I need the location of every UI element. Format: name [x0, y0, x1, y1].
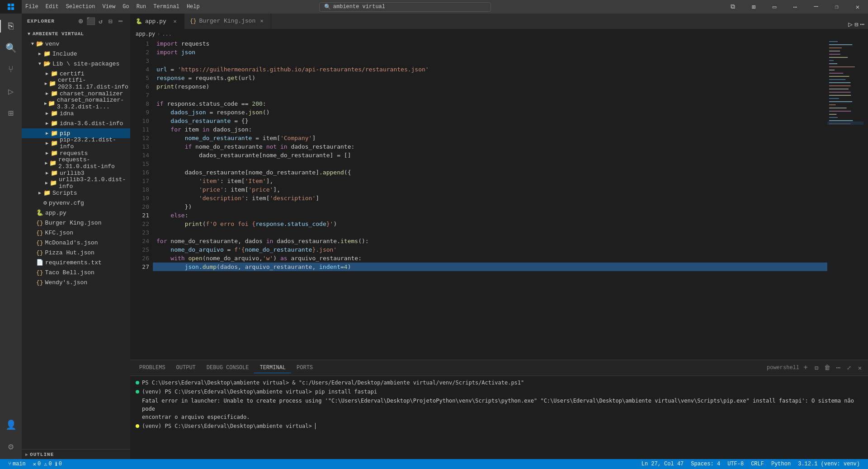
folder-icon: 📁 — [51, 150, 58, 157]
menu-edit[interactable]: Edit — [42, 3, 62, 11]
sidebar-header: EXPLORER ⊕ ⬛ ↺ ⊟ ⋯ — [22, 14, 130, 29]
maximize-terminal-icon[interactable]: ⤢ — [844, 363, 854, 372]
position-text: Ln 27, Col 47 — [642, 461, 684, 467]
breadcrumb-file[interactable]: app.py — [136, 31, 155, 38]
tree-item-apppy[interactable]: 🐍 app.py — [22, 208, 130, 218]
tree-item-lib[interactable]: ▼ 📂 Lib \ site-packages — [22, 59, 130, 69]
tab-apppy[interactable]: 🐍 app.py ✕ — [130, 14, 184, 29]
titlebar-search[interactable]: 🔍 ambiente virtual — [319, 2, 491, 12]
status-encoding[interactable]: UTF-8 — [724, 459, 747, 469]
close-icon[interactable]: ✕ — [258, 18, 265, 25]
more-icon[interactable]: ⋯ — [860, 20, 864, 29]
tree-item-include[interactable]: ▶ 📁 Include — [22, 49, 130, 59]
new-folder-icon[interactable]: ⬛ — [87, 17, 95, 25]
tree-item-mcdonalds[interactable]: {} McDonald's.json — [22, 238, 130, 248]
tree-label: urllib3 — [60, 170, 85, 177]
tree-item-urllib3-dist[interactable]: ▶ 📁 urllib3-2.1.0.dist-info — [22, 178, 130, 188]
menu-file[interactable]: File — [22, 3, 42, 11]
more-icon[interactable]: ⋯ — [785, 0, 806, 14]
tree-item-burgerking[interactable]: {} Burger King.json — [22, 218, 130, 228]
tab-ports[interactable]: PORTS — [291, 363, 318, 373]
tab-burgerking[interactable]: {} Burger King.json ✕ — [184, 14, 271, 29]
editor-area: 🐍 app.py ✕ {} Burger King.json ✕ ▷ ⊟ ⋯ a… — [130, 14, 868, 459]
tree-label: Include — [52, 51, 77, 57]
activity-item-extensions[interactable]: ⊞ — [0, 102, 22, 124]
breadcrumb: app.py › ... — [130, 29, 868, 39]
menu-view[interactable]: View — [99, 3, 119, 11]
terminal-line-1: PS C:\Users\Ederval\Desktop\ambiente vir… — [136, 379, 863, 387]
chevron-right-icon: ▶ — [25, 452, 28, 457]
status-spaces[interactable]: Spaces: 4 — [687, 459, 724, 469]
menu-terminal[interactable]: Terminal — [150, 3, 183, 11]
split-terminal-icon[interactable]: ⊟ — [812, 363, 821, 372]
folder-icon: 📁 — [51, 90, 58, 97]
menu-run[interactable]: Run — [133, 3, 150, 11]
activity-item-run[interactable]: ▷ — [0, 80, 22, 102]
refresh-icon[interactable]: ↺ — [97, 17, 105, 25]
tab-problems[interactable]: PROBLEMS — [134, 363, 171, 373]
tree-item-venv[interactable]: ▼ 📂 venv — [22, 39, 130, 49]
run-icon[interactable]: ▷ — [848, 20, 853, 29]
menu-selection[interactable]: Selection — [62, 3, 99, 11]
tree-item-kfc[interactable]: {} KFC.json — [22, 228, 130, 238]
tree-item-requirements[interactable]: 📄 requirements.txt — [22, 258, 130, 267]
tree-item-pip-dist[interactable]: ▶ 📁 pip-23.2.1.dist-info — [22, 138, 130, 148]
tree-label: venv — [45, 41, 59, 47]
activity-item-settings[interactable]: ⚙ — [0, 436, 22, 457]
status-errors[interactable]: ✕ 0 ⚠ 0 ℹ 0 — [29, 459, 66, 469]
tab-terminal[interactable]: TERMINAL — [254, 363, 291, 373]
tab-output[interactable]: OUTPUT — [171, 363, 201, 373]
menu-help[interactable]: Help — [183, 3, 203, 11]
collapse-icon[interactable]: ⊟ — [107, 17, 115, 25]
activity-item-explorer[interactable]: ⎘ — [0, 15, 22, 37]
tree-item-wendys[interactable]: {} Wendy's.json — [22, 277, 130, 287]
add-terminal-icon[interactable]: + — [801, 363, 810, 372]
more-actions-icon[interactable]: ⋯ — [117, 17, 125, 25]
split-editor-icon[interactable]: ⊟ — [854, 21, 858, 28]
titlebar-controls: ⧉ ⊞ ▭ ⋯ ─ ❐ ✕ — [722, 0, 868, 14]
breadcrumb-section[interactable]: ... — [162, 31, 172, 38]
tree-item-certifi-dist[interactable]: ▶ 📁 certifi-2023.11.17.dist-info — [22, 79, 130, 89]
new-file-icon[interactable]: ⊕ — [77, 17, 85, 25]
close-icon[interactable]: ✕ — [171, 18, 179, 25]
editor-actions: ▷ ⊟ ⋯ — [844, 20, 868, 29]
chevron-down-icon: ▼ — [36, 60, 43, 67]
status-line-endings[interactable]: CRLF — [747, 459, 768, 469]
tab-debug-console[interactable]: DEBUG CONSOLE — [201, 363, 255, 373]
split-icon[interactable]: ⊞ — [743, 0, 764, 14]
tree-item-tacobell[interactable]: {} Taco Bell.json — [22, 267, 130, 277]
menu-go[interactable]: Go — [119, 3, 132, 11]
status-branch[interactable]: ⑂ main — [5, 459, 29, 469]
maximize-button[interactable]: ❐ — [826, 0, 847, 14]
tree-label: pip-23.2.1.dist-info — [60, 136, 130, 150]
minimize-button[interactable]: ─ — [806, 0, 826, 14]
status-language[interactable]: Python — [768, 459, 794, 469]
activity-item-account[interactable]: 👤 — [0, 414, 22, 436]
outline-section[interactable]: ▶ OUTLINE — [22, 449, 130, 459]
status-python-version[interactable]: 3.12.1 (venv: venv) — [794, 459, 863, 469]
titlebar: File Edit Selection View Go Run Terminal… — [0, 0, 868, 14]
tree-label: certifi — [60, 70, 85, 77]
more-terminal-icon[interactable]: ⋯ — [834, 363, 843, 372]
tree-item-charset-dist[interactable]: ▶ 📁 charset_normalizer-3.3.2.dist-i... — [22, 98, 130, 108]
activity-item-scm[interactable]: ⑂ — [0, 59, 22, 80]
tree-item-pyvenv[interactable]: ⚙ pyvenv.cfg — [22, 198, 130, 208]
layout-icon[interactable]: ⧉ — [722, 0, 743, 14]
tree-item-pizzahut[interactable]: {} Pizza Hut.json — [22, 248, 130, 258]
terminal-content[interactable]: PS C:\Users\Ederval\Desktop\ambiente vir… — [130, 376, 868, 459]
branch-name: main — [13, 461, 26, 467]
tree-label: idna-3.6.dist-info — [60, 120, 123, 127]
run-debug-icon: ▷ — [8, 86, 14, 97]
kill-terminal-icon[interactable]: 🗑 — [823, 363, 832, 372]
tree-item-idna-dist[interactable]: ▶ 📁 idna-3.6.dist-info — [22, 118, 130, 128]
close-terminal-icon[interactable]: ✕ — [855, 363, 864, 372]
activity-item-search[interactable]: 🔍 — [0, 37, 22, 59]
status-position[interactable]: Ln 27, Col 47 — [638, 459, 688, 469]
close-button[interactable]: ✕ — [847, 0, 868, 14]
svg-rect-2 — [8, 7, 10, 10]
panel-icon[interactable]: ▭ — [764, 0, 785, 14]
tree-item-root[interactable]: ▼ AMBIENTE VIRTUAL — [22, 29, 130, 39]
tree-item-requests-dist[interactable]: ▶ 📁 requests-2.31.0.dist-info — [22, 158, 130, 168]
vertical-scrollbar[interactable] — [863, 39, 868, 360]
code-content[interactable]: import requests import json url = 'https… — [153, 39, 827, 360]
